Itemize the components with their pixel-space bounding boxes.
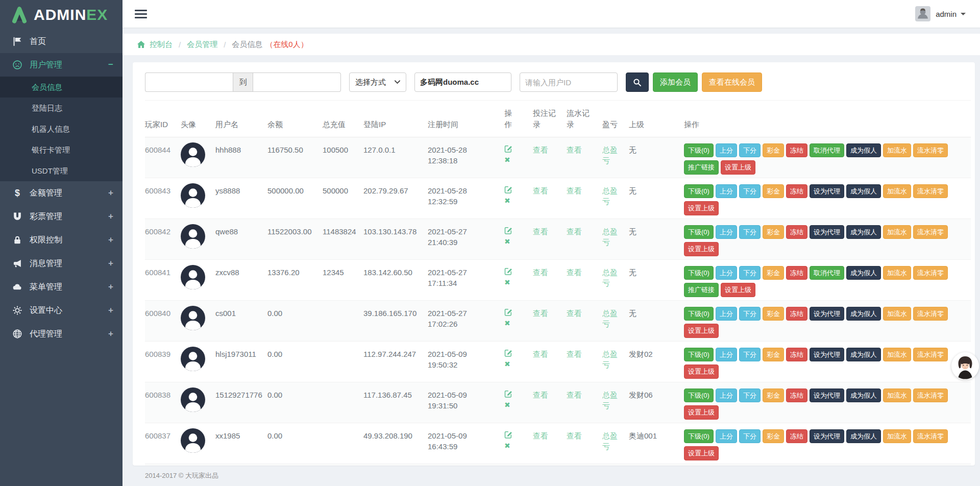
action-button[interactable]: 彩金 <box>763 388 784 403</box>
action-button[interactable]: 上分 <box>716 429 737 444</box>
action-button[interactable]: 彩金 <box>763 348 784 362</box>
menu-toggle-icon[interactable] <box>135 8 147 20</box>
action-button[interactable]: 流水清零 <box>913 225 948 239</box>
action-button[interactable]: 推广链接 <box>684 283 719 297</box>
action-button[interactable]: 设置上级 <box>721 283 755 297</box>
search-button[interactable] <box>626 72 649 92</box>
view-flow-link[interactable]: 查看 <box>567 186 582 195</box>
edit-icon[interactable] <box>504 267 512 275</box>
action-button[interactable]: 设置上级 <box>684 201 719 215</box>
edit-icon[interactable] <box>504 390 512 398</box>
sidebar-item-settings-center[interactable]: 设置中心+ <box>0 299 122 322</box>
action-button[interactable]: 下分 <box>739 348 761 362</box>
profit-link[interactable]: 总盈亏 <box>602 185 620 208</box>
action-button[interactable]: 彩金 <box>763 143 784 158</box>
view-flow-link[interactable]: 查看 <box>567 145 582 154</box>
action-button[interactable]: 成为假人 <box>846 266 881 280</box>
delete-icon[interactable]: ✖ <box>504 197 529 204</box>
action-button[interactable]: 上分 <box>716 348 737 362</box>
action-button[interactable]: 下级(0) <box>684 225 714 239</box>
action-button[interactable]: 下分 <box>739 225 761 239</box>
floating-service-avatar[interactable] <box>951 352 979 380</box>
profit-link[interactable]: 总盈亏 <box>602 226 620 249</box>
action-button[interactable]: 设置上级 <box>684 446 719 460</box>
action-button[interactable]: 冻结 <box>786 348 807 362</box>
action-button[interactable]: 下级(0) <box>684 266 714 280</box>
action-button[interactable]: 成为假人 <box>846 184 881 199</box>
view-flow-link[interactable]: 查看 <box>567 268 582 277</box>
view-flow-link[interactable]: 查看 <box>567 227 582 236</box>
action-button[interactable]: 上分 <box>716 388 737 403</box>
view-online-button[interactable]: 查看在线会员 <box>702 72 762 92</box>
action-button[interactable]: 设置上级 <box>684 324 719 338</box>
action-button[interactable]: 设置上级 <box>684 242 719 256</box>
add-member-button[interactable]: 添加会员 <box>653 72 698 92</box>
action-button[interactable]: 成为假人 <box>846 143 881 158</box>
view-bets-link[interactable]: 查看 <box>533 431 548 440</box>
action-button[interactable]: 加流水 <box>883 388 911 403</box>
action-button[interactable]: 加流水 <box>883 143 911 158</box>
action-button[interactable]: 彩金 <box>763 225 784 239</box>
action-button[interactable]: 彩金 <box>763 307 784 321</box>
action-button[interactable]: 冻结 <box>786 307 807 321</box>
delete-icon[interactable]: ✖ <box>504 360 529 368</box>
action-button[interactable]: 下级(0) <box>684 143 714 158</box>
action-button[interactable]: 下级(0) <box>684 429 714 444</box>
sidebar-item-lottery-mgmt[interactable]: 彩票管理+ <box>0 205 122 228</box>
action-button[interactable]: 设置上级 <box>684 405 719 420</box>
site-input[interactable] <box>414 72 511 92</box>
action-button[interactable]: 设为代理 <box>810 184 844 199</box>
action-button[interactable]: 加流水 <box>883 429 911 444</box>
action-button[interactable]: 彩金 <box>763 429 784 444</box>
view-bets-link[interactable]: 查看 <box>533 268 548 277</box>
view-bets-link[interactable]: 查看 <box>533 391 548 399</box>
delete-icon[interactable]: ✖ <box>504 238 529 245</box>
delete-icon[interactable]: ✖ <box>504 279 529 286</box>
view-flow-link[interactable]: 查看 <box>567 309 582 318</box>
action-button[interactable]: 下级(0) <box>684 307 714 321</box>
action-button[interactable]: 成为假人 <box>846 307 881 321</box>
range-end-input[interactable] <box>253 72 341 92</box>
action-button[interactable]: 成为假人 <box>846 225 881 239</box>
action-button[interactable]: 下级(0) <box>684 184 714 199</box>
action-button[interactable]: 流水清零 <box>913 307 948 321</box>
edit-icon[interactable] <box>504 430 512 439</box>
view-bets-link[interactable]: 查看 <box>533 145 548 154</box>
sidebar-item-menu-mgmt[interactable]: 菜单管理+ <box>0 275 122 299</box>
action-button[interactable]: 彩金 <box>763 184 784 199</box>
action-button[interactable]: 冻结 <box>786 143 807 158</box>
profit-link[interactable]: 总盈亏 <box>602 349 620 371</box>
action-button[interactable]: 加流水 <box>883 348 911 362</box>
sidebar-item-usdt-mgmt[interactable]: USDT管理 <box>0 160 122 181</box>
action-button[interactable]: 下分 <box>739 143 761 158</box>
action-button[interactable]: 流水清零 <box>913 348 948 362</box>
action-button[interactable]: 下分 <box>739 307 761 321</box>
sidebar-item-robot-info[interactable]: 机器人信息 <box>0 118 122 139</box>
user-id-input[interactable] <box>520 72 618 92</box>
profit-link[interactable]: 总盈亏 <box>602 267 620 289</box>
method-select[interactable]: 选择方式 <box>349 72 406 92</box>
profit-link[interactable]: 总盈亏 <box>602 308 620 330</box>
action-button[interactable]: 加流水 <box>883 307 911 321</box>
action-button[interactable]: 上分 <box>716 225 737 239</box>
action-button[interactable]: 取消代理 <box>810 143 844 158</box>
edit-icon[interactable] <box>504 226 512 234</box>
action-button[interactable]: 设为代理 <box>810 225 844 239</box>
breadcrumb-console[interactable]: 控制台 <box>150 40 173 50</box>
view-flow-link[interactable]: 查看 <box>567 350 582 358</box>
action-button[interactable]: 成为假人 <box>846 388 881 403</box>
delete-icon[interactable]: ✖ <box>504 156 529 163</box>
action-button[interactable]: 上分 <box>716 307 737 321</box>
sidebar-item-permission-ctrl[interactable]: 权限控制+ <box>0 228 122 252</box>
action-button[interactable]: 冻结 <box>786 429 807 444</box>
action-button[interactable]: 下级(0) <box>684 348 714 362</box>
delete-icon[interactable]: ✖ <box>504 401 529 408</box>
delete-icon[interactable]: ✖ <box>504 320 529 327</box>
sidebar-item-member-info[interactable]: 会员信息 <box>0 77 122 98</box>
action-button[interactable]: 流水清零 <box>913 266 948 280</box>
sidebar-item-agent-mgmt[interactable]: 代理管理+ <box>0 322 122 346</box>
action-button[interactable]: 设为代理 <box>810 348 844 362</box>
action-button[interactable]: 下分 <box>739 266 761 280</box>
edit-icon[interactable] <box>504 349 512 357</box>
edit-icon[interactable] <box>504 185 512 193</box>
